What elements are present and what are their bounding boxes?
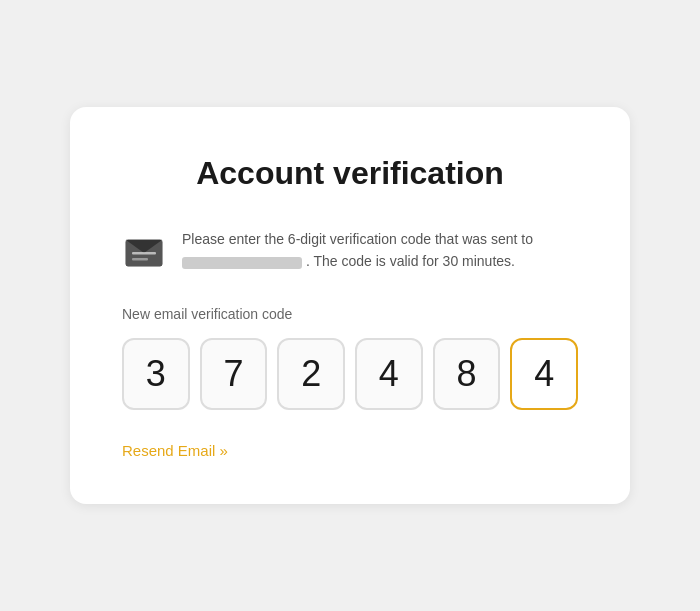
svg-rect-4 [132,252,156,255]
info-text: Please enter the 6-digit verification co… [182,228,578,273]
code-digit-3[interactable]: 2 [277,338,345,410]
info-row: Please enter the 6-digit verification co… [122,228,578,274]
svg-rect-5 [132,258,148,261]
code-digit-1[interactable]: 3 [122,338,190,410]
code-label: New email verification code [122,306,578,322]
mail-icon [122,230,166,274]
code-digit-2[interactable]: 7 [200,338,268,410]
code-input-group: 3 7 2 4 8 4 [122,338,578,410]
resend-email-button[interactable]: Resend Email » [122,442,228,459]
verification-card: Account verification Please enter the 6-… [70,107,630,504]
page-title: Account verification [122,155,578,192]
code-digit-5[interactable]: 8 [433,338,501,410]
code-digit-6[interactable]: 4 [510,338,578,410]
masked-email [182,257,302,269]
code-digit-4[interactable]: 4 [355,338,423,410]
